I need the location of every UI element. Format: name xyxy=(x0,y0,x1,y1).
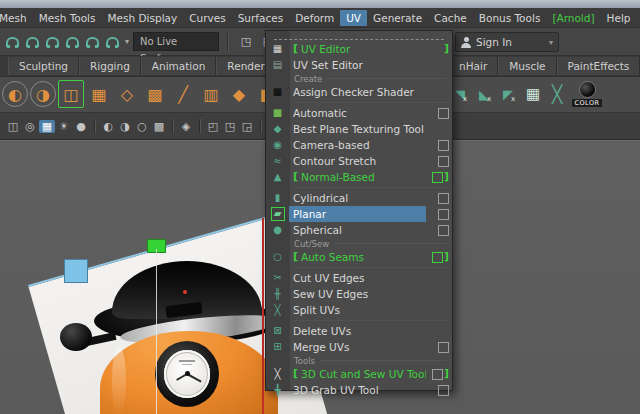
tab-animation[interactable]: Animation xyxy=(141,57,217,75)
multi-pane-icon[interactable]: ◳ xyxy=(222,120,238,133)
lighting-icon[interactable]: ☀ xyxy=(56,120,72,133)
checker-map-icon[interactable]: ▦ xyxy=(522,80,544,108)
option-box[interactable] xyxy=(438,193,449,204)
uv-subdiv-grid-icon[interactable]: ▦ xyxy=(86,80,112,108)
tab-sculpting[interactable]: Sculpting xyxy=(8,57,79,75)
snap-to-point-icon[interactable] xyxy=(46,37,59,47)
menu-item-camera-based[interactable]: ◉Camera-based xyxy=(266,137,452,153)
kettle-highlight xyxy=(112,346,126,414)
manipulator-axis-line[interactable] xyxy=(156,249,157,414)
uv-snapshot-icon[interactable]: ◥x xyxy=(450,80,472,108)
menubar-item-mesh-display[interactable]: Mesh Display xyxy=(102,10,184,26)
uv-cylinder-pair-icon[interactable]: ◫ xyxy=(58,80,84,108)
color-tool[interactable]: COLOR xyxy=(570,81,604,108)
xray-display-icon[interactable]: ▩ xyxy=(151,120,167,133)
menu-item-delete-uvs[interactable]: ⊠Delete UVs xyxy=(266,323,452,339)
material-display-icon[interactable]: ◑ xyxy=(117,120,133,133)
menu-item-cut-uv-edges[interactable]: ✂Cut UV Edges xyxy=(266,270,452,286)
menubar-item-help[interactable]: Help xyxy=(601,10,637,26)
menu-item-split-uvs[interactable]: ╳Split UVs xyxy=(266,302,452,318)
uv-layout-diamonds-icon[interactable]: ◆ xyxy=(226,80,252,108)
option-box[interactable] xyxy=(438,385,449,396)
menu-tearoff-handle[interactable] xyxy=(274,33,444,40)
delete-uv-x-icon[interactable]: ╳ xyxy=(546,80,568,108)
uv-set-icon[interactable]: ◣x xyxy=(474,80,496,108)
textured-mode-icon[interactable]: ● xyxy=(73,120,89,133)
wireframe-on-shaded-icon[interactable]: ▦ xyxy=(39,120,55,133)
make-live-icon[interactable] xyxy=(106,37,119,47)
option-box[interactable] xyxy=(438,156,449,167)
menu-item-uv-set-editor[interactable]: ▤UV Set Editor xyxy=(266,57,452,73)
option-box[interactable] xyxy=(438,108,449,119)
menubar-item-surfaces[interactable]: Surfaces xyxy=(232,10,289,26)
menubar-item-deform[interactable]: Deform xyxy=(289,10,340,26)
tab-muscle[interactable]: Muscle xyxy=(498,57,556,75)
manipulator-corner-handle[interactable] xyxy=(64,259,88,283)
menu-item-assign-checker-shader[interactable]: ■Assign Checker Shader xyxy=(266,84,452,100)
menubar-item-cache[interactable]: Cache xyxy=(428,10,473,26)
tab-nhair[interactable]: nHair xyxy=(448,57,498,75)
snap-to-projected-center-icon[interactable] xyxy=(66,37,79,47)
menubar-item-curves[interactable]: Curves xyxy=(183,10,231,26)
outliner-pane-icon[interactable]: ◲ xyxy=(239,120,255,133)
uv-cube-wire-icon[interactable]: ◇ xyxy=(114,80,140,108)
menu-item-merge-uvs[interactable]: ⊞Merge UVs xyxy=(266,339,452,355)
snap-to-grid-icon[interactable] xyxy=(6,37,19,47)
default-material-icon[interactable]: ○ xyxy=(134,120,150,133)
menu-item-automatic[interactable]: ■Automatic xyxy=(266,105,452,121)
option-box[interactable] xyxy=(438,225,449,236)
grid-display-icon[interactable]: ◎ xyxy=(22,120,38,133)
option-box[interactable] xyxy=(432,172,443,183)
uv-transfer-icon[interactable]: ◤x xyxy=(498,80,520,108)
select-camera-icon[interactable]: ◫ xyxy=(5,120,21,133)
manipulator-edge-line[interactable] xyxy=(262,218,264,414)
snap-to-view-plane-icon[interactable] xyxy=(86,37,99,47)
tab-painteffects[interactable]: PaintEffects xyxy=(557,57,640,75)
new-feature-bracket-close: ] xyxy=(444,42,449,56)
option-box[interactable] xyxy=(438,342,449,353)
menu-item-normal-based[interactable]: ▲[Normal-Based] xyxy=(266,169,452,185)
option-box[interactable] xyxy=(432,252,443,263)
menu-item-icon-cell: ▤ xyxy=(266,59,289,71)
menubar-item-mesh-tools[interactable]: Mesh Tools xyxy=(33,10,102,26)
menu-item-uv-editor[interactable]: ▦[UV Editor] xyxy=(266,41,452,57)
isolate-select-icon[interactable]: ◈ xyxy=(178,120,194,133)
menubar-item-generate[interactable]: Generate xyxy=(367,10,428,26)
menu-item-planar[interactable]: ▰Planar xyxy=(266,206,452,222)
menu-item-contour-stretch[interactable]: ≈Contour Stretch xyxy=(266,153,452,169)
menu-item-spherical[interactable]: ●Spherical xyxy=(266,222,452,238)
uv-sphere-cut-icon[interactable]: ◑ xyxy=(30,81,56,107)
option-box[interactable] xyxy=(438,140,449,151)
live-surface-field[interactable]: No Live Surface xyxy=(133,32,219,51)
option-box[interactable] xyxy=(432,369,443,380)
uv-grid-cubes-icon[interactable]: ▩ xyxy=(142,80,168,108)
option-box[interactable] xyxy=(438,209,449,220)
color-tool-label: COLOR xyxy=(572,99,601,107)
tab-rigging[interactable]: Rigging xyxy=(79,57,141,75)
menubar-item-uv[interactable]: UV xyxy=(340,10,367,26)
menubar-item-mesh[interactable]: Mesh xyxy=(0,10,33,26)
sign-in-dropdown[interactable]: Sign In ▾ xyxy=(455,32,559,52)
menu-item-3d-grab-uv-tool[interactable]: ╋3D Grab UV Tool xyxy=(266,382,452,398)
menu-item-best-plane-texturing-tool[interactable]: ◆Best Plane Texturing Tool xyxy=(266,121,452,137)
shaded-display-icon[interactable]: ◐ xyxy=(100,120,116,133)
menu-item-right-cell xyxy=(426,193,452,204)
snap-to-curve-icon[interactable] xyxy=(26,37,39,47)
menu-item-auto-seams[interactable]: ○[Auto Seams] xyxy=(266,249,452,265)
menu-item-right-cell: ] xyxy=(426,170,452,184)
menu-item-cylindrical[interactable]: ▮Cylindrical xyxy=(266,190,452,206)
menu-item-3d-cut-and-sew-uv-tool[interactable]: ╳[3D Cut and Sew UV Tool] xyxy=(266,366,452,382)
menubar-item--arnold-[interactable]: [Arnold] xyxy=(546,10,600,26)
menu-item-icon-cell: ⊠ xyxy=(266,325,289,337)
render-view-icon[interactable]: ◳ xyxy=(237,34,255,50)
menu-item-sew-uv-edges[interactable]: ╫Sew UV Edges xyxy=(266,286,452,302)
uv-sphere-projection-icon[interactable]: ◐ xyxy=(2,81,28,107)
uv-cylinder-planes-icon[interactable]: ▥ xyxy=(198,80,224,108)
cylindrical-projection-icon: ▮ xyxy=(272,192,284,204)
menu-item-label: Cut UV Edges xyxy=(293,272,365,284)
menu-item-body: [UV Editor xyxy=(289,41,426,57)
quad-draw-pen-icon[interactable]: ╱ xyxy=(170,80,196,108)
single-pane-icon[interactable]: ◰ xyxy=(205,120,221,133)
snap-options-caret-icon[interactable]: ▾ xyxy=(125,37,129,46)
menubar-item-bonus-tools[interactable]: Bonus Tools xyxy=(473,10,547,26)
